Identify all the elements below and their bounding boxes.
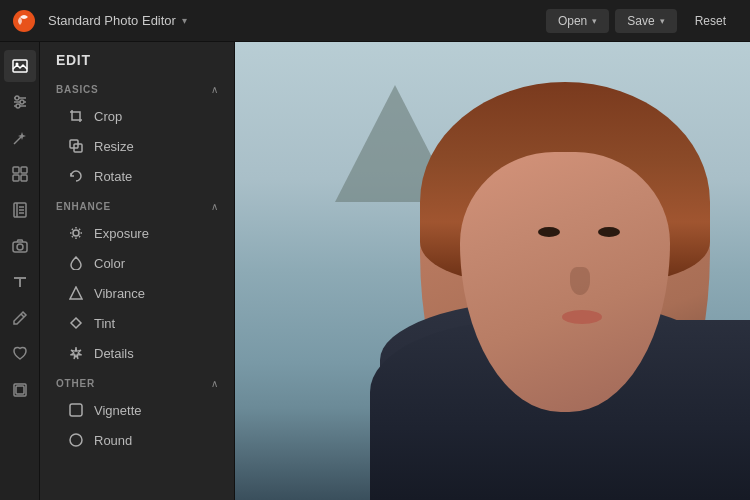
color-item[interactable]: Color [40, 248, 234, 278]
exposure-label: Exposure [94, 226, 149, 241]
tint-icon [68, 315, 84, 331]
color-icon [68, 255, 84, 271]
svg-line-34 [72, 236, 73, 237]
enhance-chevron-icon: ∧ [211, 201, 218, 212]
enhance-title: ENHANCE [56, 201, 111, 212]
sidebar-item-layers[interactable] [4, 374, 36, 406]
svg-rect-11 [21, 167, 27, 173]
exposure-icon [68, 225, 84, 241]
sidebar-item-image[interactable] [4, 50, 36, 82]
svg-line-32 [79, 236, 80, 237]
svg-marker-35 [70, 287, 82, 299]
title-chevron-icon[interactable]: ▾ [182, 15, 187, 26]
crop-label: Crop [94, 109, 122, 124]
vibrance-icon [68, 285, 84, 301]
svg-point-20 [17, 244, 23, 250]
sidebar-item-pen[interactable] [4, 302, 36, 334]
open-button[interactable]: Open ▾ [546, 9, 609, 33]
topbar: Standard Photo Editor ▾ Open ▾ Save ▾ Re… [0, 0, 750, 42]
nose-element [570, 267, 590, 295]
resize-icon [68, 138, 84, 154]
other-section-header[interactable]: OTHER ∧ [40, 368, 234, 395]
details-item[interactable]: Details [40, 338, 234, 368]
svg-marker-36 [71, 318, 81, 328]
svg-point-7 [20, 100, 24, 104]
svg-point-0 [13, 10, 35, 32]
other-chevron-icon: ∧ [211, 378, 218, 389]
enhance-section-header[interactable]: ENHANCE ∧ [40, 191, 234, 218]
round-label: Round [94, 433, 132, 448]
vibrance-item[interactable]: Vibrance [40, 278, 234, 308]
crop-item[interactable]: Crop [40, 101, 234, 131]
photo-canvas[interactable] [235, 42, 750, 500]
topbar-actions: Open ▾ Save ▾ Reset [546, 9, 738, 33]
svg-point-8 [16, 104, 20, 108]
resize-label: Resize [94, 139, 134, 154]
sidebar-item-heart[interactable] [4, 338, 36, 370]
app-logo [12, 9, 36, 33]
color-label: Color [94, 256, 125, 271]
tool-panel: EdIt BASICS ∧ Crop Resize [40, 42, 235, 500]
rotate-label: Rotate [94, 169, 132, 184]
tint-item[interactable]: Tint [40, 308, 234, 338]
save-button[interactable]: Save ▾ [615, 9, 676, 33]
basics-title: BASICS [56, 84, 99, 95]
svg-rect-10 [13, 167, 19, 173]
svg-line-9 [14, 136, 22, 144]
tint-label: Tint [94, 316, 115, 331]
round-icon [68, 432, 84, 448]
sidebar-item-camera[interactable] [4, 230, 36, 262]
svg-rect-37 [70, 404, 82, 416]
svg-rect-23 [16, 386, 24, 394]
eye-left-element [538, 227, 560, 237]
icon-sidebar [0, 42, 40, 500]
sidebar-item-book[interactable] [4, 194, 36, 226]
exposure-item[interactable]: Exposure [40, 218, 234, 248]
rotate-icon [68, 168, 84, 184]
vignette-item[interactable]: Vignette [40, 395, 234, 425]
sidebar-item-text[interactable] [4, 266, 36, 298]
svg-point-38 [70, 434, 82, 446]
svg-line-21 [21, 314, 24, 317]
reset-button[interactable]: Reset [683, 9, 738, 33]
svg-line-33 [79, 229, 80, 230]
eye-right-element [598, 227, 620, 237]
main-area: EdIt BASICS ∧ Crop Resize [0, 42, 750, 500]
sidebar-item-sliders[interactable] [4, 86, 36, 118]
svg-point-6 [15, 96, 19, 100]
details-icon [68, 345, 84, 361]
sidebar-item-wand[interactable] [4, 122, 36, 154]
save-chevron-icon: ▾ [660, 16, 665, 26]
vibrance-label: Vibrance [94, 286, 145, 301]
resize-item[interactable]: Resize [40, 131, 234, 161]
lips-element [562, 310, 602, 324]
other-title: OTHER [56, 378, 95, 389]
vignette-label: Vignette [94, 403, 141, 418]
round-item[interactable]: Round [40, 425, 234, 455]
open-chevron-icon: ▾ [592, 16, 597, 26]
rotate-item[interactable]: Rotate [40, 161, 234, 191]
edit-label: EdIt [40, 42, 234, 74]
vignette-icon [68, 402, 84, 418]
basics-section-header[interactable]: BASICS ∧ [40, 74, 234, 101]
svg-point-26 [73, 230, 79, 236]
svg-rect-12 [13, 175, 19, 181]
crop-icon [68, 108, 84, 124]
basics-chevron-icon: ∧ [211, 84, 218, 95]
image-area [235, 42, 750, 500]
svg-rect-13 [21, 175, 27, 181]
svg-line-31 [72, 229, 73, 230]
app-title: Standard Photo Editor ▾ [48, 13, 187, 28]
sidebar-item-grid[interactable] [4, 158, 36, 190]
details-label: Details [94, 346, 134, 361]
